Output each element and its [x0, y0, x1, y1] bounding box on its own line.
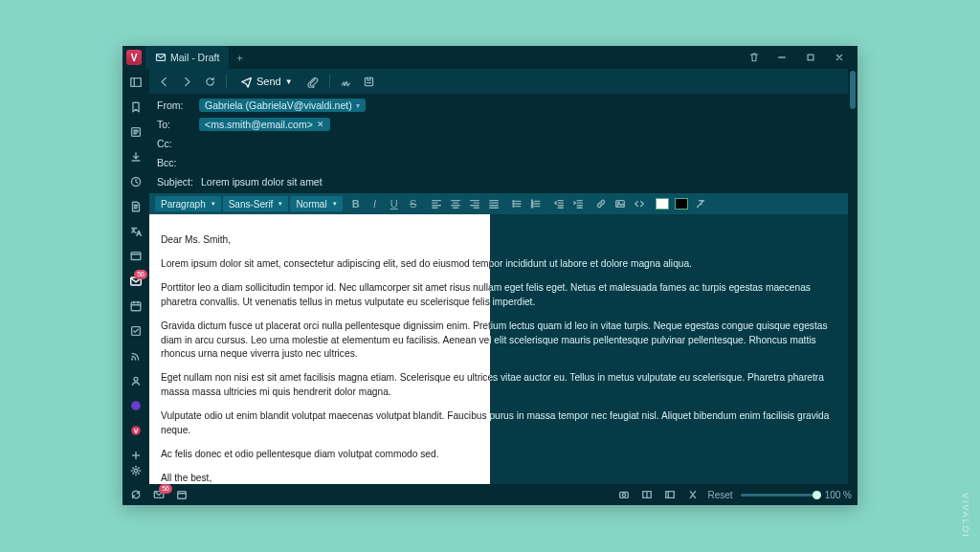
- highlight-color-button[interactable]: [672, 195, 691, 212]
- window-controls: [768, 48, 854, 67]
- font-family-select[interactable]: Sans-Serif▾: [223, 196, 289, 211]
- send-label: Send: [256, 76, 281, 87]
- reading-list-icon[interactable]: [126, 122, 145, 142]
- status-bar: 56 Reset 100 %: [122, 484, 858, 505]
- mail-badge: 56: [134, 270, 147, 279]
- outdent-button[interactable]: [549, 195, 568, 212]
- italic-button[interactable]: I: [366, 195, 385, 212]
- svg-point-13: [134, 469, 138, 473]
- zoom-slider[interactable]: [741, 494, 817, 497]
- subject-input[interactable]: [199, 175, 840, 188]
- underline-button[interactable]: U: [385, 195, 404, 212]
- webpanel-icon-1[interactable]: [126, 396, 145, 415]
- new-tab-button[interactable]: ＋: [229, 46, 250, 69]
- back-button[interactable]: [155, 73, 172, 90]
- to-recipient-chip[interactable]: <ms.smith@email.com> ✕: [199, 118, 330, 131]
- notes-icon[interactable]: [126, 197, 145, 216]
- from-value: Gabriela (GabrielaV@vivaldi.net): [205, 99, 352, 111]
- tab-mail-draft[interactable]: Mail - Draft: [145, 46, 229, 69]
- minimize-button[interactable]: [768, 48, 796, 67]
- status-calendar-icon[interactable]: [174, 487, 189, 502]
- calendar-panel-icon[interactable]: [126, 297, 145, 316]
- status-capture-icon[interactable]: [616, 487, 632, 502]
- align-center-button[interactable]: [446, 195, 465, 212]
- subject-row: Subject:: [149, 172, 848, 191]
- code-button[interactable]: [630, 195, 649, 212]
- tasks-panel-icon[interactable]: [126, 321, 145, 341]
- svg-rect-5: [131, 253, 141, 260]
- contacts-panel-icon[interactable]: [126, 371, 145, 390]
- bold-button[interactable]: B: [346, 195, 366, 212]
- scrollbar-thumb[interactable]: [850, 71, 856, 109]
- align-justify-button[interactable]: [484, 195, 503, 212]
- status-images-toggle-icon[interactable]: [685, 487, 701, 502]
- remove-recipient-icon[interactable]: ✕: [317, 120, 324, 129]
- image-button[interactable]: [611, 195, 630, 212]
- indent-button[interactable]: [568, 195, 588, 212]
- feeds-panel-icon[interactable]: [126, 346, 145, 365]
- settings-icon[interactable]: [126, 461, 145, 480]
- svg-rect-2: [131, 78, 142, 87]
- bcc-label: Bcc:: [157, 157, 199, 168]
- clear-format-button[interactable]: [691, 195, 710, 212]
- header-fields: From: Gabriela (GabrielaV@vivaldi.net) ▾…: [149, 94, 848, 193]
- insert-signature-button[interactable]: [338, 73, 355, 90]
- trash-icon[interactable]: [746, 50, 762, 65]
- from-account-chip[interactable]: Gabriela (GabrielaV@vivaldi.net) ▾: [199, 99, 366, 112]
- svg-point-16: [513, 203, 514, 204]
- list-number-button[interactable]: 123: [526, 195, 546, 212]
- link-button[interactable]: [591, 195, 611, 212]
- subject-label: Subject:: [157, 176, 199, 188]
- mail-icon: [155, 52, 167, 63]
- svg-point-9: [134, 377, 138, 381]
- history-icon[interactable]: [126, 172, 145, 191]
- bookmarks-icon[interactable]: [126, 98, 145, 117]
- strike-button[interactable]: S: [404, 195, 423, 212]
- svg-text:V: V: [134, 428, 139, 434]
- compose-toolbar: Send ▼: [149, 69, 848, 94]
- compose-body[interactable]: Dear Ms. Smith, Lorem ipsum dolor sit am…: [149, 214, 848, 484]
- text-color-button[interactable]: [653, 195, 672, 212]
- forward-button[interactable]: [178, 73, 195, 90]
- reload-button[interactable]: [201, 73, 218, 90]
- editor-toolbar: Paragraph▾ Sans-Serif▾ Normal▾ B I U S: [149, 193, 848, 214]
- font-size-select[interactable]: Normal▾: [290, 196, 342, 211]
- status-tiling-icon[interactable]: [639, 487, 655, 502]
- svg-text:3: 3: [531, 205, 533, 209]
- close-button[interactable]: [825, 48, 854, 67]
- attach-button[interactable]: [304, 73, 322, 90]
- status-mail-icon[interactable]: 56: [151, 487, 167, 502]
- webpanel-icon-2[interactable]: V: [126, 421, 145, 440]
- mail-panel-icon[interactable]: 56: [126, 272, 145, 291]
- svg-point-26: [622, 494, 625, 497]
- panels-toggle-icon[interactable]: [126, 73, 145, 92]
- align-left-button[interactable]: [427, 195, 446, 212]
- list-bullet-button[interactable]: [507, 195, 526, 212]
- bcc-row[interactable]: Bcc:: [149, 153, 848, 172]
- align-right-button[interactable]: [465, 195, 484, 212]
- zoom-reset-button[interactable]: Reset: [708, 490, 733, 500]
- send-button[interactable]: Send ▼: [234, 74, 299, 90]
- maximize-button[interactable]: [796, 48, 825, 67]
- svg-point-15: [513, 201, 514, 202]
- save-draft-button[interactable]: [361, 73, 378, 90]
- svg-point-17: [513, 206, 514, 207]
- downloads-icon[interactable]: [126, 147, 145, 166]
- tab-title: Mail - Draft: [170, 52, 219, 63]
- to-row: To: <ms.smith@email.com> ✕: [149, 115, 848, 134]
- svg-rect-7: [131, 302, 141, 311]
- vertical-scrollbar[interactable]: [848, 69, 858, 484]
- titlebar: V Mail - Draft ＋: [122, 46, 858, 69]
- status-panel-toggle-icon[interactable]: [662, 487, 678, 502]
- paragraph-style-select[interactable]: Paragraph▾: [155, 196, 221, 211]
- from-label: From:: [157, 99, 199, 111]
- translate-icon[interactable]: [126, 222, 145, 241]
- zoom-slider-knob[interactable]: [813, 491, 821, 499]
- from-row: From: Gabriela (GabrielaV@vivaldi.net) ▾: [149, 96, 848, 115]
- vivaldi-logo-icon[interactable]: V: [126, 50, 142, 65]
- cc-row[interactable]: Cc:: [149, 134, 848, 153]
- chevron-down-icon: ▾: [356, 101, 360, 110]
- window-panel-icon[interactable]: [126, 247, 145, 266]
- status-sync-icon[interactable]: [128, 487, 144, 502]
- svg-rect-1: [808, 55, 813, 60]
